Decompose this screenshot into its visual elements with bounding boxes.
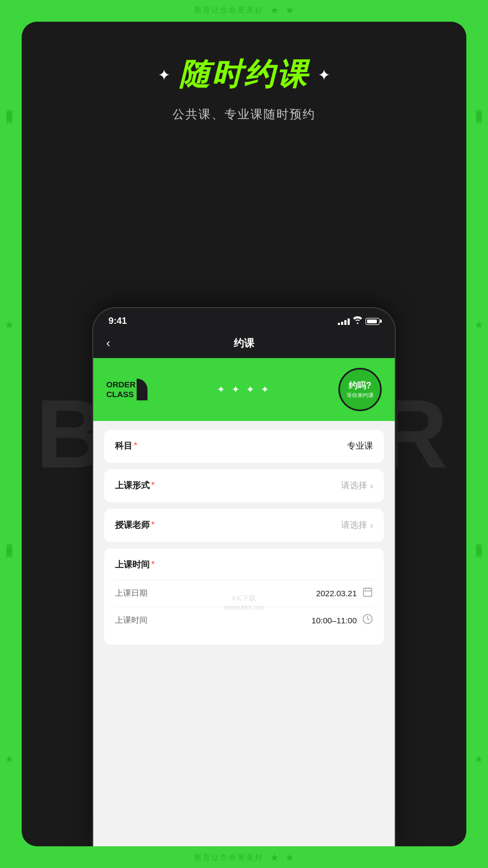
teacher-row: 授课老师* 请选择 › [115, 520, 373, 531]
dark-background: BETTER ✦ 随时约课 ✦ 公共课、专业课随时预约 9:41 [22, 22, 466, 846]
bg-bottom-star2: ★ [285, 852, 294, 864]
subject-label: 科目* [115, 441, 137, 452]
time-card: 上课时间* 上课日期 2022.03.21 [104, 548, 384, 644]
bg-top-star1: ★ [270, 4, 279, 16]
time-slot-row[interactable]: 上课时间 10:00–11:00 [115, 607, 373, 634]
class-format-card[interactable]: 上课形式* 请选择 › [104, 469, 384, 502]
time-label: 上课时间 [115, 615, 147, 626]
date-value: 2022.03.21 [316, 589, 357, 598]
bg-left-bar: 教育让生命更美好 ★ 教育让生命更美好 ★ [4, 0, 14, 868]
bg-right-text2: 教育让生命更美好 [474, 538, 484, 546]
sparkle-right-icon: ✦ [318, 66, 330, 84]
battery-icon [365, 318, 380, 325]
banner-curve [137, 379, 147, 400]
date-row[interactable]: 上课日期 2022.03.21 [115, 579, 373, 607]
signal-icon [338, 317, 350, 325]
bg-bottom-bar: 教育让生命更美好 ★ ★ [0, 852, 488, 864]
badge-main: 约吗? [349, 380, 371, 392]
date-value-row: 2022.03.21 [316, 586, 373, 600]
bg-left-star1: ★ [5, 319, 14, 331]
nav-title: 约课 [234, 336, 254, 350]
status-bar: 9:41 [93, 308, 395, 331]
subject-value: 专业课 [347, 441, 373, 452]
banner-star3: ✦ [246, 384, 254, 395]
status-icons [338, 316, 380, 326]
bg-top-text: 教育让生命更美好 [194, 5, 264, 15]
main-content: BETTER ✦ 随时约课 ✦ 公共课、专业课随时预约 9:41 [22, 22, 466, 846]
class-format-select[interactable]: 请选择 › [341, 480, 373, 492]
class-format-label: 上课形式* [115, 480, 155, 492]
banner-star4: ✦ [261, 384, 269, 395]
bg-bottom-star1: ★ [270, 852, 279, 864]
bg-right-text1: 教育让生命更美好 [474, 104, 484, 112]
signal-bar-1 [338, 323, 340, 325]
bg-top-bar: 教育让生命更美好 ★ ★ [0, 4, 488, 16]
nav-bar: ‹ 约课 [93, 331, 395, 358]
order-class-banner: ORDER CLASS ✦ ✦ ✦ ✦ [93, 358, 395, 421]
calendar-icon [362, 586, 373, 600]
wifi-icon [353, 316, 362, 326]
badge-sub: 等你来约课 [346, 392, 374, 399]
teacher-label: 授课老师* [115, 520, 155, 531]
bg-right-bar: 教育让生命更美好 ★ 教育让生命更美好 ★ [474, 0, 484, 868]
phone-mockup: 9:41 [92, 307, 396, 846]
bg-right-star2: ★ [474, 753, 483, 765]
bg-left-text1: 教育让生命更美好 [4, 104, 14, 112]
sparkle-left-icon: ✦ [158, 66, 170, 84]
chevron-right-icon-2: › [370, 521, 373, 531]
signal-bar-2 [341, 322, 343, 325]
yue-ma-badge: 约吗? 等你来约课 [338, 368, 382, 411]
bg-top-star2: ★ [285, 4, 294, 16]
banner-stars: ✦ ✦ ✦ ✦ [147, 384, 338, 395]
bg-left-text2: 教育让生命更美好 [4, 538, 14, 546]
signal-bar-4 [348, 318, 350, 325]
hero-subtitle: 公共课、专业课随时预约 [38, 106, 450, 123]
back-button[interactable]: ‹ [106, 336, 110, 350]
date-label: 上课日期 [115, 588, 147, 598]
bg-right-star1: ★ [474, 319, 483, 331]
teacher-select[interactable]: 请选择 › [341, 520, 373, 531]
hero-title-text: 随时约课 [179, 54, 309, 95]
time-value-row: 10:00–11:00 [312, 614, 373, 627]
subject-card[interactable]: 科目* 专业课 [104, 430, 384, 463]
time-value: 10:00–11:00 [312, 616, 357, 625]
teacher-card[interactable]: 授课老师* 请选择 › [104, 509, 384, 542]
subject-row: 科目* 专业课 [115, 441, 373, 452]
hero-section: ✦ 随时约课 ✦ 公共课、专业课随时预约 [22, 22, 466, 139]
class-format-row: 上课形式* 请选择 › [115, 480, 373, 492]
status-time: 9:41 [108, 316, 127, 327]
banner-star1: ✦ [217, 384, 225, 395]
order-class-label: ORDER CLASS [106, 380, 136, 399]
form-section: KK下载 www.kkx.net 科目* 专业课 [93, 421, 395, 653]
phone-content: ORDER CLASS ✦ ✦ ✦ ✦ [93, 358, 395, 846]
bg-left-star2: ★ [5, 753, 14, 765]
signal-bar-3 [344, 320, 346, 325]
chevron-right-icon: › [370, 481, 373, 491]
bg-bottom-text: 教育让生命更美好 [194, 853, 264, 863]
order-label-line2: CLASS [106, 390, 136, 399]
order-label-line1: ORDER [106, 380, 136, 390]
svg-rect-0 [364, 588, 372, 596]
time-label-row: 上课时间* [115, 559, 373, 571]
banner-star2: ✦ [232, 384, 240, 395]
clock-icon [362, 614, 373, 627]
hero-title-row: ✦ 随时约课 ✦ [38, 54, 450, 95]
battery-fill [367, 320, 377, 323]
